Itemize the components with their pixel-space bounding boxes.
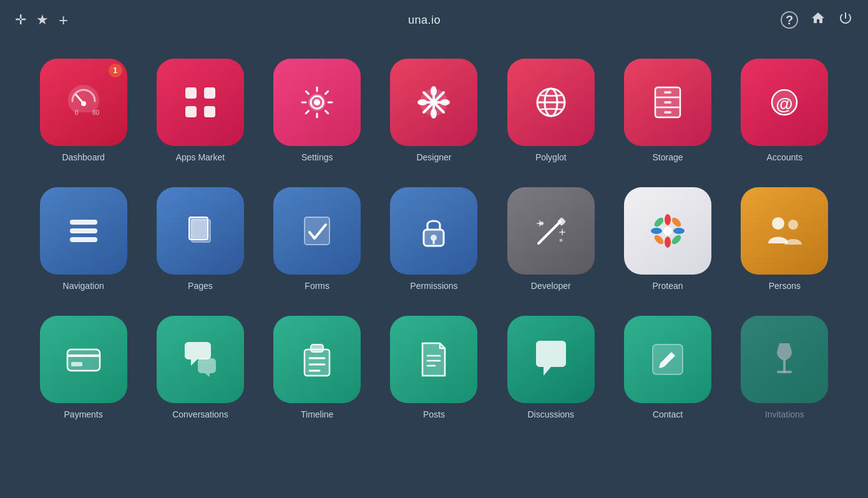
app-item-contact[interactable]: Contact [609,310,726,426]
accounts-label: Accounts [767,152,803,162]
svg-point-52 [670,233,683,246]
svg-point-50 [673,228,685,234]
svg-rect-30 [70,220,97,225]
app-item-persons[interactable]: Persons [726,181,843,297]
conversations-label: Conversations [172,409,228,419]
app-item-posts[interactable]: Posts [376,310,492,426]
svg-rect-25 [664,91,671,94]
forms-label: Forms [305,281,329,291]
svg-point-42 [559,239,562,242]
persons-icon [741,187,828,275]
settings-label: Settings [301,152,333,162]
move-icon[interactable]: ✛ [15,12,26,28]
svg-text:@: @ [776,94,793,114]
timeline-label: Timeline [301,409,333,419]
app-item-developer[interactable]: Developer [492,181,609,297]
app-item-apps-market[interactable]: Apps Market [142,52,258,168]
storage-icon [624,59,711,146]
app-item-timeline[interactable]: Timeline [259,310,376,426]
svg-text:0: 0 [75,109,79,116]
payments-label: Payments [64,409,103,419]
svg-point-49 [651,228,662,234]
svg-rect-4 [185,87,197,99]
permissions-icon [390,187,477,275]
home-icon[interactable] [811,11,826,29]
svg-point-54 [653,233,665,246]
protean-icon [624,187,711,275]
dashboard-icon: 1 0 80 [40,59,127,146]
svg-point-8 [314,99,320,105]
power-icon[interactable] [838,11,853,29]
contact-label: Contact [653,409,683,419]
svg-text:80: 80 [92,109,100,116]
svg-rect-60 [71,362,82,366]
svg-rect-32 [70,237,97,242]
app-item-protean[interactable]: Protean [609,181,726,297]
app-item-conversations[interactable]: Conversations [142,310,258,426]
app-item-accounts[interactable]: @ Accounts [726,52,843,168]
accounts-icon: @ [741,59,828,146]
svg-point-47 [665,214,671,225]
app-item-discussions[interactable]: Discussions [492,310,609,426]
help-icon[interactable]: ? [781,11,798,29]
dashboard-label: Dashboard [62,152,105,162]
svg-rect-26 [664,101,671,104]
favorites-icon[interactable]: ★ [36,12,49,28]
dashboard-badge: 1 [109,64,122,77]
apps-market-label: Apps Market [176,152,225,162]
settings-icon [273,59,361,146]
invitations-icon [741,316,828,403]
invitations-label: Invitations [765,409,804,419]
conversations-icon [157,316,244,403]
app-item-settings[interactable]: Settings [259,52,376,168]
svg-point-18 [440,99,450,105]
persons-label: Persons [769,281,801,291]
svg-point-51 [653,216,665,228]
header-right: ? [781,11,853,29]
add-icon[interactable]: + [59,11,68,30]
svg-point-15 [431,86,437,96]
app-item-permissions[interactable]: Permissions [376,181,492,297]
pages-icon [157,187,244,275]
storage-label: Storage [653,152,683,162]
posts-label: Posts [423,409,445,419]
protean-label: Protean [653,281,683,291]
designer-label: Designer [416,152,451,162]
svg-point-16 [431,109,437,119]
designer-icon [390,59,477,146]
svg-rect-35 [305,217,329,245]
app-item-invitations[interactable]: Invitations [726,310,843,426]
header-title: una.io [408,14,441,27]
app-item-dashboard[interactable]: 1 0 80 Dashboard [25,52,142,168]
app-grid: 1 0 80 Dashboard Apps Market [0,40,868,438]
svg-rect-5 [204,87,215,99]
svg-rect-61 [305,349,329,376]
permissions-label: Permissions [410,281,457,291]
discussions-icon [507,316,595,403]
payments-icon [40,316,127,403]
forms-icon [273,187,361,275]
posts-icon [390,316,477,403]
app-item-designer[interactable]: Designer [376,52,492,168]
svg-point-48 [665,237,671,248]
svg-rect-27 [664,111,671,114]
app-item-pages[interactable]: Pages [142,181,258,297]
app-item-polyglot[interactable]: Polyglot [492,52,609,168]
app-item-navigation[interactable]: Navigation [25,181,142,297]
app-item-storage[interactable]: Storage [609,52,726,168]
developer-label: Developer [531,281,571,291]
app-item-forms[interactable]: Forms [259,181,376,297]
timeline-icon [273,316,361,403]
apps-market-icon [157,59,244,146]
pages-label: Pages [188,281,213,291]
svg-rect-6 [185,106,197,117]
app-item-payments[interactable]: Payments [25,310,142,426]
svg-point-56 [772,217,784,230]
svg-point-55 [663,227,672,235]
svg-rect-7 [204,106,215,117]
polyglot-icon [507,59,595,146]
svg-rect-62 [311,344,323,352]
header-left: ✛ ★ + [15,11,68,30]
svg-point-17 [417,99,427,105]
header: ✛ ★ + una.io ? [0,0,868,40]
